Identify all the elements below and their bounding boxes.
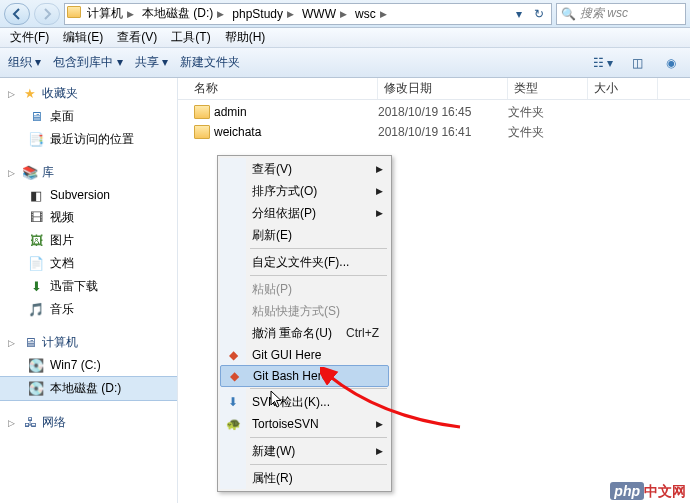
- sidebar-item-documents[interactable]: 📄文档: [0, 252, 177, 275]
- recent-icon: 📑: [28, 132, 44, 148]
- menu-edit[interactable]: 编辑(E): [57, 27, 109, 48]
- new-folder-button[interactable]: 新建文件夹: [180, 54, 240, 71]
- drive-icon: 💽: [28, 357, 44, 373]
- sidebar-item-video[interactable]: 🎞视频: [0, 206, 177, 229]
- nav-back-button[interactable]: [4, 3, 30, 25]
- submenu-arrow-icon: ▶: [376, 446, 383, 456]
- menu-view[interactable]: 查看(V): [111, 27, 163, 48]
- titlebar: 计算机▶ 本地磁盘 (D:)▶ phpStudy▶ WWW▶ wsc▶ ▾ ↻ …: [0, 0, 690, 28]
- sidebar-libraries[interactable]: ▷📚库: [0, 161, 177, 184]
- ctx-new[interactable]: 新建(W)▶: [220, 440, 389, 462]
- music-icon: 🎵: [28, 302, 44, 318]
- address-bar[interactable]: 计算机▶ 本地磁盘 (D:)▶ phpStudy▶ WWW▶ wsc▶ ▾ ↻: [64, 3, 552, 25]
- ctx-view[interactable]: 查看(V)▶: [220, 158, 389, 180]
- folder-icon: [67, 6, 83, 22]
- tortoise-icon: 🐢: [225, 416, 241, 432]
- sidebar-item-drive-d[interactable]: 💽本地磁盘 (D:): [0, 376, 177, 401]
- file-row[interactable]: admin 2018/10/19 16:45 文件夹: [178, 102, 690, 122]
- sidebar-item-subversion[interactable]: ◧Subversion: [0, 184, 177, 206]
- git-icon: ◆: [225, 347, 241, 363]
- ctx-git-gui[interactable]: ◆Git GUI Here: [220, 344, 389, 366]
- nav-sidebar: ▷★收藏夹 🖥桌面 📑最近访问的位置 ▷📚库 ◧Subversion 🎞视频 🖼…: [0, 78, 178, 503]
- path-segment: 本地磁盘 (D:)▶: [138, 4, 228, 24]
- document-icon: 📄: [28, 256, 44, 272]
- sidebar-item-recent[interactable]: 📑最近访问的位置: [0, 128, 177, 151]
- sidebar-favorites[interactable]: ▷★收藏夹: [0, 82, 177, 105]
- ctx-paste: 粘贴(P): [220, 278, 389, 300]
- preview-pane-button[interactable]: ◫: [626, 52, 648, 74]
- nav-forward-button[interactable]: [34, 3, 60, 25]
- ctx-undo[interactable]: 撤消 重命名(U)Ctrl+Z: [220, 322, 389, 344]
- ctx-tortoisesvn[interactable]: 🐢TortoiseSVN▶: [220, 413, 389, 435]
- menubar: 文件(F) 编辑(E) 查看(V) 工具(T) 帮助(H): [0, 28, 690, 48]
- include-in-library-button[interactable]: 包含到库中 ▾: [53, 54, 122, 71]
- help-button[interactable]: ◉: [660, 52, 682, 74]
- mouse-cursor: [270, 390, 284, 410]
- drive-icon: 💽: [28, 381, 44, 397]
- svn-icon: ◧: [28, 187, 44, 203]
- context-menu: 查看(V)▶ 排序方式(O)▶ 分组依据(P)▶ 刷新(E) 自定义文件夹(F)…: [217, 155, 392, 492]
- watermark: php中文网: [610, 483, 686, 501]
- computer-icon: 🖥: [22, 335, 38, 351]
- network-icon: 🖧: [22, 415, 38, 431]
- path-segment: phpStudy▶: [228, 4, 298, 24]
- path-segment: 计算机▶: [83, 4, 138, 24]
- ctx-sort[interactable]: 排序方式(O)▶: [220, 180, 389, 202]
- search-icon: 🔍: [561, 7, 576, 21]
- sidebar-item-desktop[interactable]: 🖥桌面: [0, 105, 177, 128]
- git-icon: ◆: [226, 368, 242, 384]
- ctx-group[interactable]: 分组依据(P)▶: [220, 202, 389, 224]
- submenu-arrow-icon: ▶: [376, 419, 383, 429]
- ctx-properties[interactable]: 属性(R): [220, 467, 389, 489]
- submenu-arrow-icon: ▶: [376, 186, 383, 196]
- video-icon: 🎞: [28, 210, 44, 226]
- ctx-customize-folder[interactable]: 自定义文件夹(F)...: [220, 251, 389, 273]
- submenu-arrow-icon: ▶: [376, 208, 383, 218]
- ctx-paste-shortcut: 粘贴快捷方式(S): [220, 300, 389, 322]
- menu-help[interactable]: 帮助(H): [219, 27, 272, 48]
- sidebar-network[interactable]: ▷🖧网络: [0, 411, 177, 434]
- search-input[interactable]: 🔍 搜索 wsc: [556, 3, 686, 25]
- menu-tools[interactable]: 工具(T): [165, 27, 216, 48]
- organize-button[interactable]: 组织 ▾: [8, 54, 41, 71]
- column-headers: 名称 修改日期 类型 大小: [178, 78, 690, 100]
- sidebar-item-music[interactable]: 🎵音乐: [0, 298, 177, 321]
- col-size[interactable]: 大小: [588, 78, 658, 99]
- file-row[interactable]: weichata 2018/10/19 16:41 文件夹: [178, 122, 690, 142]
- folder-icon: [194, 105, 210, 119]
- share-button[interactable]: 共享 ▾: [135, 54, 168, 71]
- refresh-icon[interactable]: ↻: [529, 7, 549, 21]
- sidebar-item-pictures[interactable]: 🖼图片: [0, 229, 177, 252]
- sidebar-item-downloads[interactable]: ⬇迅雷下载: [0, 275, 177, 298]
- sidebar-computer[interactable]: ▷🖥计算机: [0, 331, 177, 354]
- folder-icon: [194, 125, 210, 139]
- toolbar: 组织 ▾ 包含到库中 ▾ 共享 ▾ 新建文件夹 ☷ ▾ ◫ ◉: [0, 48, 690, 78]
- path-segment: WWW▶: [298, 4, 351, 24]
- ctx-refresh[interactable]: 刷新(E): [220, 224, 389, 246]
- menu-file[interactable]: 文件(F): [4, 27, 55, 48]
- download-icon: ⬇: [28, 279, 44, 295]
- submenu-arrow-icon: ▶: [376, 164, 383, 174]
- desktop-icon: 🖥: [28, 109, 44, 125]
- ctx-svn-checkout[interactable]: ⬇SVN 检出(K)...: [220, 391, 389, 413]
- star-icon: ★: [22, 86, 38, 102]
- col-date[interactable]: 修改日期: [378, 78, 508, 99]
- sidebar-item-drive-c[interactable]: 💽Win7 (C:): [0, 354, 177, 376]
- ctx-git-bash[interactable]: ◆Git Bash Here: [220, 365, 389, 387]
- path-segment: wsc▶: [351, 4, 391, 24]
- dropdown-icon[interactable]: ▾: [509, 7, 529, 21]
- col-type[interactable]: 类型: [508, 78, 588, 99]
- picture-icon: 🖼: [28, 233, 44, 249]
- col-name[interactable]: 名称: [178, 78, 378, 99]
- library-icon: 📚: [22, 165, 38, 181]
- svn-checkout-icon: ⬇: [225, 394, 241, 410]
- view-options-button[interactable]: ☷ ▾: [592, 52, 614, 74]
